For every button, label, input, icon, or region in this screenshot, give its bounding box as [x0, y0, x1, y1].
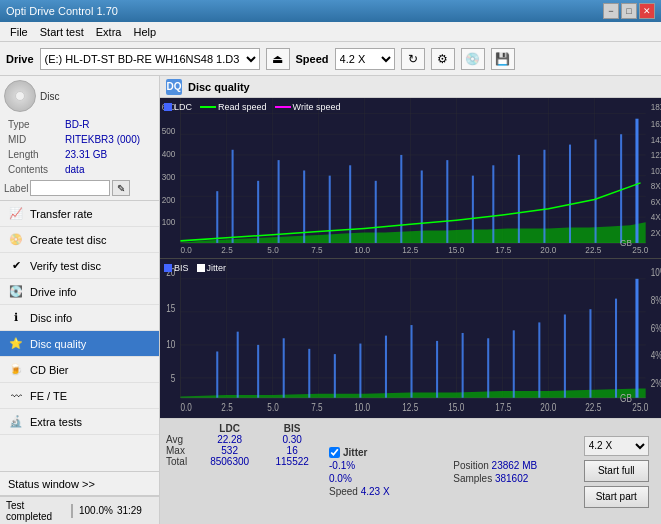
menu-start-test[interactable]: Start test	[34, 25, 90, 39]
titlebar: Opti Drive Control 1.70 − □ ✕	[0, 0, 661, 22]
save-button[interactable]: 💾	[491, 48, 515, 70]
svg-rect-91	[436, 341, 438, 398]
svg-rect-85	[283, 339, 285, 398]
nav-drive-info-label: Drive info	[30, 286, 76, 298]
svg-rect-92	[462, 333, 464, 398]
svg-rect-20	[232, 150, 234, 243]
svg-rect-25	[349, 165, 351, 243]
svg-text:400: 400	[162, 150, 176, 159]
svg-text:2X: 2X	[651, 229, 661, 238]
menu-extra[interactable]: Extra	[90, 25, 128, 39]
svg-text:16X: 16X	[651, 120, 661, 129]
bis-legend: BIS	[164, 263, 189, 273]
svg-text:6X: 6X	[651, 198, 661, 207]
svg-text:15.0: 15.0	[448, 401, 464, 413]
svg-rect-19	[216, 191, 218, 243]
svg-rect-28	[421, 170, 423, 242]
svg-text:14X: 14X	[651, 135, 661, 144]
status-window-button[interactable]: Status window >>	[0, 472, 159, 496]
write-speed-legend-label: Write speed	[293, 102, 341, 112]
speed-select-chart[interactable]: 4.2 X	[584, 436, 649, 456]
jitter-avg-value: -0.1%	[329, 460, 355, 471]
max-bis: 16	[263, 445, 321, 456]
ldc-legend: LDC	[164, 102, 192, 112]
speed-row: Speed 4.23 X	[329, 486, 445, 497]
avg-label: Avg	[166, 434, 196, 445]
label-input[interactable]	[30, 180, 110, 196]
svg-text:25.0: 25.0	[632, 401, 648, 413]
avg-ldc: 22.28	[196, 434, 263, 445]
jitter-legend-color	[197, 264, 205, 272]
nav-items: 📈 Transfer rate 📀 Create test disc ✔ Ver…	[0, 201, 159, 471]
nav-disc-quality[interactable]: ⭐ Disc quality	[0, 331, 159, 357]
svg-text:0.0: 0.0	[180, 246, 192, 255]
eject-button[interactable]: ⏏	[266, 48, 290, 70]
svg-rect-96	[564, 315, 566, 398]
svg-text:5: 5	[171, 372, 176, 384]
svg-text:17.5: 17.5	[495, 401, 511, 413]
nav-fe-te[interactable]: 〰 FE / TE	[0, 383, 159, 409]
mid-label: MID	[6, 133, 61, 146]
svg-text:10: 10	[166, 338, 175, 350]
nav-create-test-disc[interactable]: 📀 Create test disc	[0, 227, 159, 253]
close-button[interactable]: ✕	[639, 3, 655, 19]
svg-rect-35	[595, 139, 597, 243]
extra-tests-icon: 🔬	[8, 414, 24, 430]
toolbar: Drive (E:) HL-DT-ST BD-RE WH16NS48 1.D3 …	[0, 42, 661, 76]
nav-verify-test-disc[interactable]: ✔ Verify test disc	[0, 253, 159, 279]
charts-container: LDC Read speed Write speed	[160, 98, 661, 418]
chart-area: DQ Disc quality LDC Read speed	[160, 76, 661, 524]
samples-row: Samples 381602	[453, 473, 569, 484]
disc-type-badge: Disc	[40, 91, 59, 102]
label-edit-button[interactable]: ✎	[112, 180, 130, 196]
start-part-button[interactable]: Start part	[584, 486, 649, 508]
nav-disc-info-label: Disc info	[30, 312, 72, 324]
menu-help[interactable]: Help	[127, 25, 162, 39]
position-value: 23862 MB	[492, 460, 538, 471]
svg-rect-30	[472, 176, 474, 243]
config-button[interactable]: ⚙	[431, 48, 455, 70]
minimize-button[interactable]: −	[603, 3, 619, 19]
disc-info-icon: ℹ	[8, 310, 24, 326]
menu-file[interactable]: File	[4, 25, 34, 39]
svg-text:2.5: 2.5	[221, 246, 233, 255]
svg-text:22.5: 22.5	[585, 246, 601, 255]
refresh-button[interactable]: ↻	[401, 48, 425, 70]
disc-button[interactable]: 💿	[461, 48, 485, 70]
position-label: Position	[453, 460, 489, 471]
type-label: Type	[6, 118, 61, 131]
drive-select[interactable]: (E:) HL-DT-ST BD-RE WH16NS48 1.D3	[40, 48, 260, 70]
ldc-legend-color	[164, 103, 172, 111]
start-full-button[interactable]: Start full	[584, 460, 649, 482]
position-stats: Position 23862 MB Samples 381602	[453, 423, 569, 520]
bis-legend-label: BIS	[174, 263, 189, 273]
top-chart-svg: 600 500 400 300 200 100 18X 16X 14X 12X …	[160, 98, 661, 258]
svg-rect-97	[589, 310, 591, 399]
status-text: Test completed	[6, 500, 67, 522]
svg-text:10.0: 10.0	[354, 401, 370, 413]
top-chart-legend: LDC Read speed Write speed	[164, 102, 340, 112]
svg-text:25.0: 25.0	[632, 246, 648, 255]
speed-label: Speed	[296, 53, 329, 65]
nav-transfer-rate[interactable]: 📈 Transfer rate	[0, 201, 159, 227]
maximize-button[interactable]: □	[621, 3, 637, 19]
disc-quality-header: DQ Disc quality	[160, 76, 661, 98]
total-bis: 115522	[263, 456, 321, 467]
jitter-checkbox[interactable]	[329, 447, 340, 458]
nav-disc-info[interactable]: ℹ Disc info	[0, 305, 159, 331]
position-row: Position 23862 MB	[453, 460, 569, 471]
nav-extra-tests[interactable]: 🔬 Extra tests	[0, 409, 159, 435]
svg-text:7.5: 7.5	[311, 401, 322, 413]
svg-rect-21	[257, 181, 259, 243]
svg-rect-36	[620, 134, 622, 243]
stats-table: LDC BIS Avg 22.28 0.30 Max	[166, 423, 321, 467]
sidebar: Disc Type BD-R MID RITEKBR3 (000) Length…	[0, 76, 160, 524]
stats-total-row: Total 8506300 115522	[166, 456, 321, 467]
nav-drive-info[interactable]: 💽 Drive info	[0, 279, 159, 305]
nav-cd-bier[interactable]: 🍺 CD Bier	[0, 357, 159, 383]
speed-select-toolbar[interactable]: 4.2 X	[335, 48, 395, 70]
fe-te-icon: 〰	[8, 388, 24, 404]
svg-rect-34	[569, 145, 571, 243]
svg-rect-33	[543, 150, 545, 243]
contents-value: data	[63, 163, 153, 176]
